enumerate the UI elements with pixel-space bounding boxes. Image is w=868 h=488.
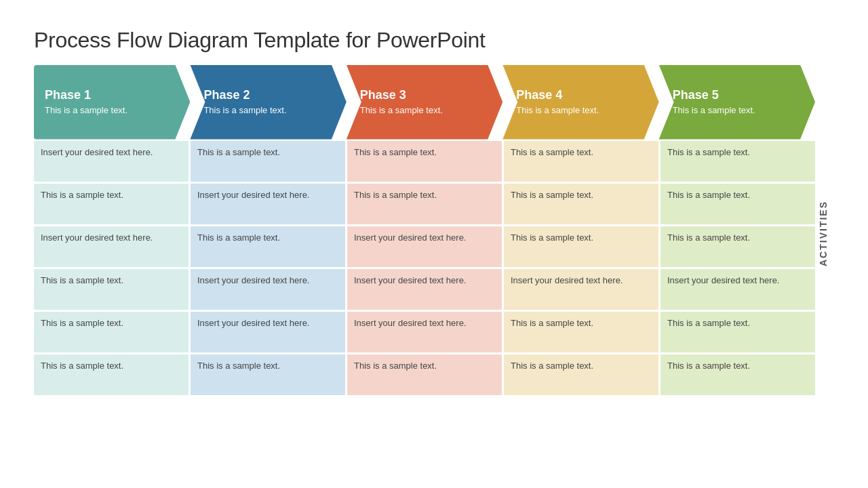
table-cell[interactable]: Insert your desired text here. xyxy=(347,312,502,352)
page-title: Process Flow Diagram Template for PowerP… xyxy=(34,28,834,53)
chevron-title-phase5: Phase 5 xyxy=(673,88,807,102)
table-cell[interactable]: This is a sample text. xyxy=(660,312,815,352)
table-cell[interactable]: Insert your desired text here. xyxy=(347,269,502,310)
table-cell[interactable]: This is a sample text. xyxy=(347,354,502,395)
table-cell[interactable]: This is a sample text. xyxy=(504,184,658,224)
table-cell[interactable]: This is a sample text. xyxy=(504,312,658,352)
table-cell[interactable]: Insert your desired text here. xyxy=(504,269,658,310)
table-row: Insert your desired text here.This is a … xyxy=(34,226,815,267)
chevron-subtitle-phase1: This is a sample text. xyxy=(45,105,182,117)
chevron-title-phase2: Phase 2 xyxy=(203,88,338,102)
chevron-phase4: Phase 4This is a sample text. xyxy=(502,65,658,140)
table-cell[interactable]: Insert your desired text here. xyxy=(191,312,345,352)
table-cell[interactable]: This is a sample text. xyxy=(504,354,658,395)
table-cell[interactable]: Insert your desired text here. xyxy=(34,226,189,267)
chevron-title-phase3: Phase 3 xyxy=(360,88,494,102)
chevron-subtitle-phase5: This is a sample text. xyxy=(673,105,807,117)
activities-label: ACTIVITIES xyxy=(815,65,834,395)
main-content: Phase 1This is a sample text.Phase 2This… xyxy=(34,65,815,395)
table-cell[interactable]: This is a sample text. xyxy=(191,226,345,267)
table-cell[interactable]: This is a sample text. xyxy=(34,269,189,310)
table-row: This is a sample text.This is a sample t… xyxy=(34,354,815,395)
diagram-area: Phase 1This is a sample text.Phase 2This… xyxy=(34,65,834,395)
table-cell[interactable]: This is a sample text. xyxy=(34,354,189,395)
chevron-body-phase5: Phase 5This is a sample text. xyxy=(659,65,815,140)
table-cell[interactable]: This is a sample text. xyxy=(504,226,658,267)
chevron-title-phase4: Phase 4 xyxy=(516,88,650,102)
table-grid: Insert your desired text here.This is a … xyxy=(34,141,815,395)
table-cell[interactable]: Insert your desired text here. xyxy=(191,269,345,310)
table-cell[interactable]: This is a sample text. xyxy=(191,354,345,395)
chevron-title-phase1: Phase 1 xyxy=(45,88,182,102)
table-cell[interactable]: Insert your desired text here. xyxy=(191,184,345,224)
chevron-phase1: Phase 1This is a sample text. xyxy=(34,65,190,140)
table-cell[interactable]: This is a sample text. xyxy=(660,184,815,224)
chevron-body-phase2: Phase 2This is a sample text. xyxy=(190,65,346,140)
chevron-body-phase1: Phase 1This is a sample text. xyxy=(34,65,190,140)
table-cell[interactable]: This is a sample text. xyxy=(660,141,815,182)
table-row: This is a sample text.Insert your desire… xyxy=(34,312,815,352)
table-cell[interactable]: This is a sample text. xyxy=(347,184,502,224)
chevron-body-phase3: Phase 3This is a sample text. xyxy=(347,65,502,140)
table-row: This is a sample text.Insert your desire… xyxy=(34,184,815,224)
table-cell[interactable]: This is a sample text. xyxy=(191,141,345,182)
table-cell[interactable]: Insert your desired text here. xyxy=(347,226,502,267)
chevron-phase2: Phase 2This is a sample text. xyxy=(190,65,346,140)
chevron-body-phase4: Phase 4This is a sample text. xyxy=(502,65,658,140)
slide: Process Flow Diagram Template for PowerP… xyxy=(14,9,854,480)
chevron-subtitle-phase4: This is a sample text. xyxy=(516,105,650,117)
chevron-phase3: Phase 3This is a sample text. xyxy=(347,65,502,140)
table-row: This is a sample text.Insert your desire… xyxy=(34,269,815,310)
chevron-phase5: Phase 5This is a sample text. xyxy=(659,65,815,140)
table-cell[interactable]: This is a sample text. xyxy=(34,184,189,224)
table-cell[interactable]: This is a sample text. xyxy=(660,354,815,395)
table-cell[interactable]: This is a sample text. xyxy=(347,141,502,182)
chevron-subtitle-phase2: This is a sample text. xyxy=(203,105,338,117)
table-cell[interactable]: This is a sample text. xyxy=(504,141,658,182)
table-cell[interactable]: Insert your desired text here. xyxy=(660,269,815,310)
chevron-row: Phase 1This is a sample text.Phase 2This… xyxy=(34,65,815,140)
table-cell[interactable]: Insert your desired text here. xyxy=(34,141,189,182)
table-row: Insert your desired text here.This is a … xyxy=(34,141,815,182)
table-cell[interactable]: This is a sample text. xyxy=(34,312,189,352)
chevron-subtitle-phase3: This is a sample text. xyxy=(360,105,494,117)
table-cell[interactable]: This is a sample text. xyxy=(660,226,815,267)
